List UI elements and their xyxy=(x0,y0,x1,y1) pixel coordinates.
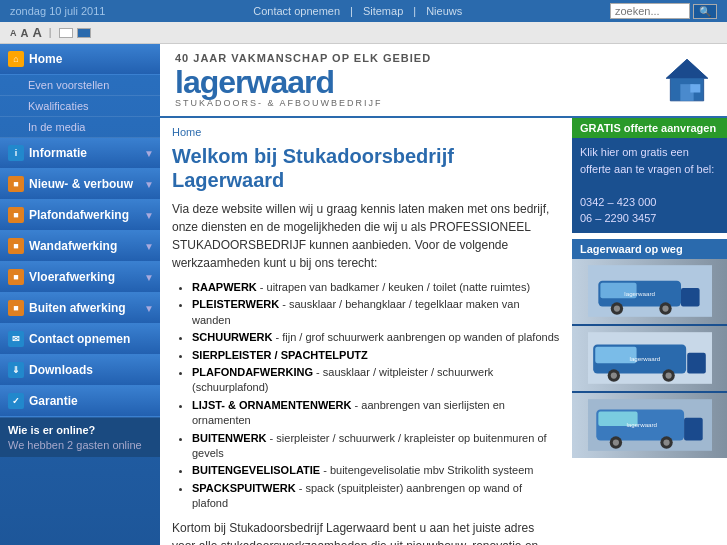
search-box: 🔍 xyxy=(610,3,717,19)
download-icon: ⇓ xyxy=(8,362,24,378)
sidebar-item-buiten-afwerking-label: Buiten afwerking xyxy=(29,301,126,315)
gratis-text: Klik hier om gratis een offerte aan te v… xyxy=(580,144,719,177)
gratis-panel: GRATIS offerte aanvragen Klik hier om gr… xyxy=(572,118,727,233)
gratis-content: Klik hier om gratis een offerte aan te v… xyxy=(572,138,727,233)
sidebar-item-plafondafwerking-label: Plafondafwerking xyxy=(29,208,129,222)
sidebar-sub-in-de-media[interactable]: In de media xyxy=(0,117,160,138)
who-online-title: Wie is er online? xyxy=(8,424,152,436)
list-item: BUITENWERK - sierpleister / schuurwerk /… xyxy=(192,431,560,462)
site-header: 40 JAAR VAKMANSCHAP OP ELK GEBIED lagerw… xyxy=(160,44,727,118)
right-aside: GRATIS offerte aanvragen Klik hier om gr… xyxy=(572,118,727,545)
top-links: Contact opnemen | Sitemap | Nieuws xyxy=(253,5,462,17)
font-size-medium[interactable]: A xyxy=(21,27,29,39)
view-grid-icon[interactable] xyxy=(77,28,91,38)
sidebar-item-contact[interactable]: ✉ Contact opnemen xyxy=(0,324,160,355)
svg-rect-7 xyxy=(681,288,700,307)
op-weg-title: Lagerwaard op weg xyxy=(572,239,727,259)
list-item: BUITENGEVELISOLATIE - buitengevelisolati… xyxy=(192,463,560,478)
list-item: SCHUURWERK - fijn / grof schuurwerk aanb… xyxy=(192,330,560,345)
list-item: RAAPWERK - uitrapen van badkamer / keuke… xyxy=(192,280,560,295)
search-input[interactable] xyxy=(610,3,690,19)
date-label: zondag 10 juli 2011 xyxy=(10,5,105,17)
page-title: Welkom bij Stukadoorsbedrijf Lagerwaard xyxy=(172,144,560,192)
sidebar-item-contact-label: Contact opnemen xyxy=(29,332,130,346)
sidebar-item-plafondafwerking[interactable]: ■ Plafondafwerking ▼ xyxy=(0,200,160,231)
logo-area: 40 JAAR VAKMANSCHAP OP ELK GEBIED lagerw… xyxy=(175,52,431,108)
sidebar-item-garantie-label: Garantie xyxy=(29,394,78,408)
sitemap-link[interactable]: Sitemap xyxy=(363,5,403,17)
svg-rect-25 xyxy=(684,418,703,441)
svg-point-27 xyxy=(612,439,618,445)
font-size-large[interactable]: A xyxy=(32,25,41,40)
van-image-2: lagerwaard xyxy=(572,326,727,391)
font-icons-bar: A A A | xyxy=(0,22,727,44)
logo-text: lagerwaard xyxy=(175,66,431,98)
garantie-icon: ✓ xyxy=(8,393,24,409)
chevron-down-icon-3: ▼ xyxy=(144,210,154,221)
chevron-down-icon-4: ▼ xyxy=(144,241,154,252)
van-image-1: lagerwaard xyxy=(572,259,727,324)
breadcrumb[interactable]: Home xyxy=(172,126,560,138)
sidebar-item-vloerafwerking[interactable]: ■ Vloerafwerking ▼ xyxy=(0,262,160,293)
sidebar-item-nieuw-verbouw-label: Nieuw- & verbouw xyxy=(29,177,133,191)
wand-icon: ■ xyxy=(8,238,24,254)
sidebar-item-downloads-label: Downloads xyxy=(29,363,93,377)
phone1: 0342 – 423 000 xyxy=(580,196,656,208)
svg-text:lagerwaard: lagerwaard xyxy=(626,421,657,428)
contact-icon: ✉ xyxy=(8,331,24,347)
list-item: LIJST- & ORNAMENTENWERK - aanbrengen van… xyxy=(192,398,560,429)
svg-point-18 xyxy=(610,372,616,378)
logo-icon xyxy=(662,55,712,105)
nieuw-icon: ■ xyxy=(8,176,24,192)
sidebar-item-nieuw-verbouw[interactable]: ■ Nieuw- & verbouw ▼ xyxy=(0,169,160,200)
home-icon: ⌂ xyxy=(8,51,24,67)
content-with-aside: Home Welkom bij Stukadoorsbedrijf Lagerw… xyxy=(160,118,727,545)
contact-link[interactable]: Contact opnemen xyxy=(253,5,340,17)
svg-text:lagerwaard: lagerwaard xyxy=(624,290,655,297)
sidebar-item-home-label: Home xyxy=(29,52,62,66)
logo-sub: STUKADOORS- & AFBOUWBEDRIJF xyxy=(175,98,431,108)
info-icon: i xyxy=(8,145,24,161)
svg-marker-3 xyxy=(666,59,708,78)
font-size-small[interactable]: A xyxy=(10,28,17,38)
nieuws-link[interactable]: Nieuws xyxy=(426,5,462,17)
who-is-online: Wie is er online? We hebben 2 gasten onl… xyxy=(0,417,160,457)
svg-text:lagerwaard: lagerwaard xyxy=(629,355,660,362)
chevron-down-icon-6: ▼ xyxy=(144,303,154,314)
view-list-icon[interactable] xyxy=(59,28,73,38)
list-item: PLEISTERWERK - sausklaar / behangklaar /… xyxy=(192,297,560,328)
search-button[interactable]: 🔍 xyxy=(693,4,717,19)
op-weg-section: Lagerwaard op weg lagerwaard xyxy=(572,239,727,458)
service-list: RAAPWERK - uitrapen van badkamer / keuke… xyxy=(172,280,560,511)
sidebar-sub-even-voorstellen[interactable]: Even voorstellen xyxy=(0,75,160,96)
sidebar-item-downloads[interactable]: ⇓ Downloads xyxy=(0,355,160,386)
svg-rect-16 xyxy=(687,353,706,374)
top-bar: zondag 10 juli 2011 Contact opnemen | Si… xyxy=(0,0,727,22)
sidebar-item-wandafwerking[interactable]: ■ Wandafwerking ▼ xyxy=(0,231,160,262)
sidebar-item-wandafwerking-label: Wandafwerking xyxy=(29,239,117,253)
sidebar-item-buiten-afwerking[interactable]: ■ Buiten afwerking ▼ xyxy=(0,293,160,324)
main-content: Home Welkom bij Stukadoorsbedrijf Lagerw… xyxy=(160,118,572,545)
outro-text: Kortom bij Stukadoorsbedrijf Lagerwaard … xyxy=(172,519,560,545)
sidebar-item-home[interactable]: ⌂ Home xyxy=(0,44,160,75)
buiten-icon: ■ xyxy=(8,300,24,316)
intro-text: Via deze website willen wij u graag kenn… xyxy=(172,200,560,272)
svg-point-20 xyxy=(665,372,671,378)
who-online-count: We hebben 2 gasten online xyxy=(8,439,152,451)
vloer-icon: ■ xyxy=(8,269,24,285)
phone2: 06 – 2290 3457 xyxy=(580,212,656,224)
sidebar-sub-kwalificaties[interactable]: Kwalificaties xyxy=(0,96,160,117)
svg-point-9 xyxy=(613,305,619,311)
gratis-title: GRATIS offerte aanvragen xyxy=(572,118,727,138)
van-image-3: lagerwaard xyxy=(572,393,727,458)
chevron-down-icon: ▼ xyxy=(144,148,154,159)
chevron-down-icon-5: ▼ xyxy=(144,272,154,283)
sidebar-item-informatie[interactable]: i Informatie ▼ xyxy=(0,138,160,169)
svg-point-29 xyxy=(663,439,669,445)
sidebar: ⌂ Home Even voorstellen Kwalificaties In… xyxy=(0,44,160,545)
content-area: 40 JAAR VAKMANSCHAP OP ELK GEBIED lagerw… xyxy=(160,44,727,545)
sidebar-item-garantie[interactable]: ✓ Garantie xyxy=(0,386,160,417)
list-item: SPACKSPUITWERK - spack (spuitpleister) a… xyxy=(192,481,560,512)
sidebar-item-informatie-label: Informatie xyxy=(29,146,87,160)
plafond-icon: ■ xyxy=(8,207,24,223)
